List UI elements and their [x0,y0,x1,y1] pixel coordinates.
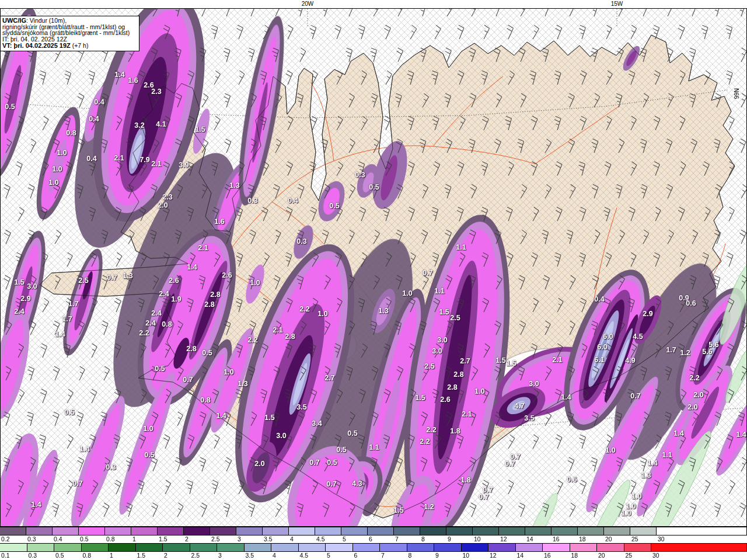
scale-tick-label: 3.5 [264,536,273,542]
scale-tick-label: 0.3 [27,536,36,542]
scale-tick-label: 0.1 [1,552,10,559]
scale-tick-label: 30 [658,536,665,542]
scale-tick-label: 7 [395,536,399,542]
precip-value-label: 0.4 [86,155,96,163]
precip-value-label: 1.5 [195,125,205,134]
scale-segment [551,527,578,535]
precip-value-label: 0.7 [309,459,319,467]
precip-value-label: 0.4 [594,295,604,303]
scale-tick-label: 0.5 [80,536,89,542]
precip-value-label: 0.8 [66,129,76,137]
precip-value-label: 2.0 [254,460,264,468]
scale-segment [624,544,652,551]
scale-tick-label: 25 [626,552,633,559]
precip-value-label: 1.0 [631,492,641,501]
scale-tick-label: 7 [381,552,385,559]
scale-segment [446,527,473,535]
precip-value-label: 2.9 [20,295,30,303]
precip-value-label: 2.2 [426,426,436,434]
precip-value-label: 3.4 [312,419,322,428]
precip-value-label: 0.3 [106,463,116,471]
precip-value-label: 7.9 [139,156,149,164]
precip-value-label: 2.3 [151,88,161,96]
precip-value-label: 2.2 [420,438,430,446]
precip-value-label: 1.0 [605,446,615,454]
precip-value-label: 2.7 [324,374,334,382]
scale-segment [0,527,26,535]
precip-value-label: 1.4 [79,445,89,453]
latitude-label: N66 [733,88,739,99]
precip-value-label: 1.5 [393,506,403,514]
precip-value-label: 3.0 [529,380,539,388]
precip-value-label: 0.8 [162,320,172,328]
precip-value-label: 1.0 [224,368,233,376]
precip-value-label: 2.8 [447,383,457,391]
precip-value-label: 2.1 [151,160,161,168]
precip-value-label: 2.1 [462,410,472,418]
precip-value-label: 0.7 [183,376,193,384]
valid-time-line: VT: þri. 04.02.2025 19Z (+7 h) [2,43,137,49]
precip-value-label: 3.2 [134,121,144,130]
scale-tick-label: 3.5 [246,552,254,559]
precip-value-label: 2.1 [552,356,562,364]
precip-value-label: 1.4 [673,429,683,438]
precip-value-label: 0.7 [326,480,336,488]
scale-tick-label: 0.8 [83,552,92,559]
precip-value-label: 2.0 [687,403,697,411]
scale-segment [578,527,604,535]
precip-value-label: 1.4 [187,263,197,271]
precip-value-label: 0.3 [296,237,306,246]
scale-tick-label: 0.3 [29,552,37,559]
scale-tick-label: 14 [526,536,533,542]
precip-value-label: 0.3 [355,171,365,179]
precip-value-label: 1.3 [641,471,651,480]
precip-value-label: 1.0 [250,279,260,287]
precip-value-label: 2.8 [210,290,220,299]
precip-value-label: 1.1 [434,287,444,295]
precip-value-label: 1.0 [57,149,67,157]
scale-tick-label: 0.8 [106,536,115,542]
precip-value-label: 2.8 [186,345,196,353]
scale-tick-label: 9 [448,536,451,542]
scale-tick-label: 2.5 [211,536,220,542]
scale-segment [462,544,489,551]
precip-value-label: 3.5 [296,403,306,411]
scale-segment [210,527,236,535]
precip-value-label: 1.4 [216,412,226,420]
scale-segment [326,544,353,551]
precip-value-label: 2.8 [204,300,214,309]
meridian-label: 15W [611,1,623,7]
precip-value-label: 2.4 [151,309,161,317]
scale-tick-label: 10 [463,552,470,559]
precip-value-label: 0.7 [505,460,515,468]
precip-value-label: 2.8 [453,370,463,379]
precip-value-label: 2.9 [643,310,652,318]
precip-value-label: 0.5 [5,103,15,111]
precip-value-label: 1.4 [114,71,124,79]
precip-value-label: 1.0 [474,387,484,396]
precip-value-label: 1.1 [662,451,672,459]
scale-segment [217,544,245,551]
precip-value-label: 0.5 [347,429,357,438]
precip-value-label: 3.9 [179,161,189,169]
precip-value-label: 0.5 [202,349,212,357]
precip-value-label: 2.1 [273,326,282,334]
scale-segment [190,544,218,551]
precip-value-label: 0.5 [369,183,379,191]
scale-segment [488,544,516,551]
precip-value-label: 1.0 [621,509,631,517]
scale-segment [597,544,624,551]
scale-tick-label: 25 [631,536,638,542]
precip-value-label: 4.7 [514,402,524,410]
meridian-label: 20W [302,1,314,7]
scale-segment [54,544,82,551]
scale-segment [79,527,105,535]
precip-value-label: 0.7 [72,480,82,488]
precip-value-label: 0.7 [630,392,640,400]
scale-tick-label: 5 [343,536,346,542]
precip-value-label: 0.8 [200,396,210,404]
scale-segment [516,544,543,551]
precip-value-label: 1.4 [55,330,65,338]
precip-value-label: 0.4 [288,197,298,205]
weather-map-page: 20W15W UWC/IG: Vindur (10m), rigning/skú… [0,0,747,560]
